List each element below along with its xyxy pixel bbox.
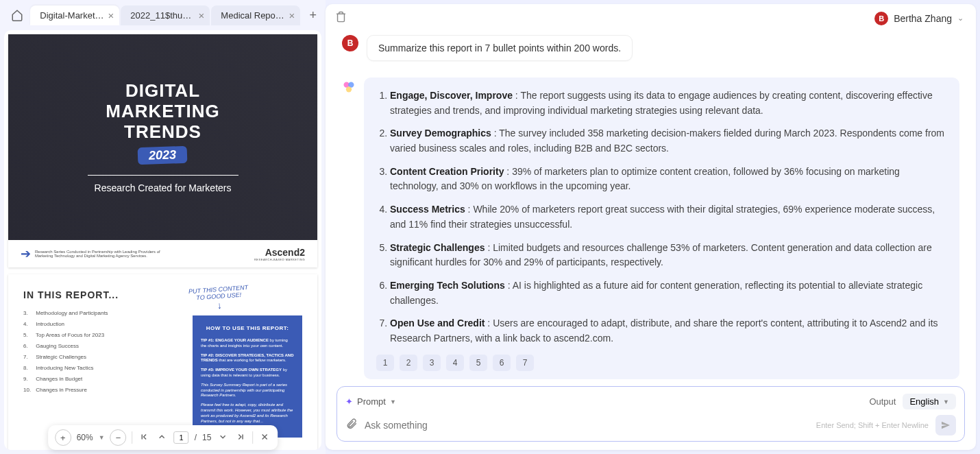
document-tab[interactable]: Digital-Marketi...× [30, 5, 119, 25]
reference-chips: 1234567 [376, 355, 947, 371]
arrow-icon: ➔ [21, 246, 31, 261]
page-separator: / [195, 433, 197, 442]
reference-chip[interactable]: 6 [493, 355, 511, 371]
summary-item: Content Creation Priority : 39% of marke… [390, 165, 947, 194]
chat-input[interactable] [365, 416, 809, 435]
sparkle-icon: ✦ [345, 396, 353, 407]
chat-panel: B Bertha Zhang ⌄ B Summarize this report… [326, 4, 976, 450]
chat-scroll[interactable]: B Summarize this report in 7 bullet poin… [326, 28, 976, 386]
bluebox-tip: Please feel free to adapt, copy, distrib… [201, 403, 294, 424]
brand-logo: Ascend2 [254, 247, 305, 258]
input-hint: Enter Send; Shift + Enter Newline [816, 421, 929, 429]
zoom-level: 60% [77, 433, 93, 442]
cover-title: DIGITAL MARKETING TRENDS [106, 81, 219, 143]
user-message-text: Summarize this report in 7 bullet points… [367, 35, 633, 61]
cover-year-badge: 2023 [138, 146, 188, 165]
bluebox-heading: HOW TO USE THIS REPORT: [201, 325, 294, 331]
cover-subtitle: Research Created for Marketers [95, 182, 232, 193]
zoom-in-button[interactable]: + [55, 429, 71, 446]
close-icon[interactable]: × [108, 10, 114, 21]
language-select[interactable]: English▼ [903, 394, 956, 409]
bluebox-tip: TIP #3: IMPROVE YOUR OWN STRATEGY by usi… [201, 368, 294, 379]
prev-page-button[interactable] [156, 431, 169, 445]
bluebox-tip: TIP #2: DISCOVER STRATEGIES, TACTICS AND… [201, 353, 294, 364]
user-avatar-small: B [342, 35, 358, 51]
prompt-mode-toggle[interactable]: ✦ Prompt ▼ [345, 396, 396, 407]
user-message: B Summarize this report in 7 bullet poin… [342, 35, 959, 61]
page-input[interactable] [174, 431, 189, 444]
tab-bar: Digital-Marketi...×2022_11$thum...×Medic… [0, 0, 326, 30]
ai-message: Engage, Discover, Improve : The report s… [342, 77, 959, 379]
prompt-label: Prompt [357, 396, 386, 407]
chevron-down-icon: ⌄ [957, 14, 964, 23]
user-name: Bertha Zhang [894, 13, 952, 24]
document-scroll[interactable]: DIGITAL MARKETING TRENDS 2023 Research C… [4, 30, 321, 450]
reference-chip[interactable]: 7 [516, 355, 534, 371]
handwritten-note: PUT THIS CONTENT TO GOOD USE!↓ [188, 285, 249, 313]
close-icon[interactable]: × [199, 10, 205, 21]
document-viewer: DIGITAL MARKETING TRENDS 2023 Research C… [4, 30, 321, 450]
attach-icon[interactable] [345, 418, 358, 433]
chat-input-area: ✦ Prompt ▼ Output English▼ Enter Send; S… [336, 386, 965, 442]
reference-chip[interactable]: 4 [446, 355, 464, 371]
brand-tagline: RESEARCH-BASED MARKETING [254, 258, 305, 261]
summary-item: Open Use and Credit : Users are encourag… [390, 316, 947, 346]
summary-item: Emerging Tech Solutions : AI is highligh… [390, 278, 947, 308]
document-tab[interactable]: 2022_11$thum...× [121, 5, 210, 25]
summary-list: Engage, Discover, Improve : The report s… [376, 88, 947, 346]
cover-footer-text: Research Series Conducted in Partnership… [35, 250, 178, 258]
user-avatar: B [874, 12, 888, 25]
home-button[interactable] [7, 4, 27, 26]
reference-chip[interactable]: 5 [469, 355, 487, 371]
page2-heading: IN THIS REPORT... [23, 289, 302, 300]
summary-item: Engage, Discover, Improve : The report s… [390, 88, 947, 118]
pdf-toolbar: + 60%▼ − / 15 [48, 425, 278, 450]
close-toolbar-button[interactable] [258, 431, 271, 445]
zoom-out-button[interactable]: − [110, 429, 127, 446]
summary-item: Survey Demographics : The survey include… [390, 126, 947, 156]
add-tab-button[interactable]: + [304, 6, 321, 24]
document-tab[interactable]: Medical Report...× [211, 5, 300, 25]
reference-chip[interactable]: 2 [400, 355, 417, 371]
reference-chip[interactable]: 3 [423, 355, 441, 371]
output-label: Output [869, 396, 896, 407]
last-page-button[interactable] [234, 431, 247, 445]
summary-item: Strategic Challenges : Limited budgets a… [390, 241, 947, 270]
bluebox-tip: TIP #1: ENGAGE YOUR AUDIENCE by turning … [201, 338, 294, 349]
send-button[interactable] [935, 415, 956, 435]
pdf-page-2: IN THIS REPORT... PUT THIS CONTENT TO GO… [8, 274, 317, 450]
bluebox-tip: This Survey Summary Report is part of a … [201, 383, 294, 398]
first-page-button[interactable] [138, 431, 151, 445]
svg-point-2 [346, 86, 352, 92]
page-total: 15 [202, 433, 211, 442]
delete-icon[interactable] [335, 11, 347, 25]
document-panel: Digital-Marketi...×2022_11$thum...×Medic… [0, 0, 326, 454]
next-page-button[interactable] [217, 431, 229, 445]
reference-chip[interactable]: 1 [376, 355, 394, 371]
close-icon[interactable]: × [289, 10, 295, 21]
summary-item: Success Metrics : While 20% of marketers… [390, 202, 947, 232]
ai-icon [342, 80, 356, 94]
pdf-page-1: DIGITAL MARKETING TRENDS 2023 Research C… [8, 34, 317, 267]
user-menu[interactable]: B Bertha Zhang ⌄ [874, 12, 964, 25]
how-to-use-box: HOW TO USE THIS REPORT: TIP #1: ENGAGE Y… [193, 315, 302, 438]
